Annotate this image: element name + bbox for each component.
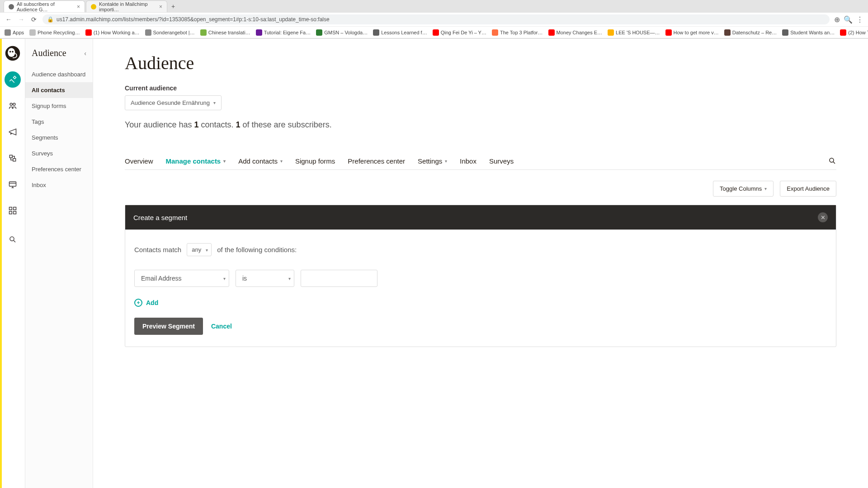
chevron-down-icon: ▾ [280,159,283,164]
svg-point-2 [9,51,11,53]
content-tab-settings[interactable]: Settings▾ [418,153,447,169]
rail-content-icon[interactable] [5,202,21,219]
reload-button[interactable]: ⟳ [30,16,38,23]
audience-stats: Your audience has 1 contacts. 1 of these… [125,120,836,130]
bookmark-item[interactable]: Chinese translati… [200,29,250,36]
bookmark-item[interactable]: LEE 'S HOUSE—… [608,29,660,36]
forward-button[interactable]: → [17,16,25,23]
bookmark-favicon-icon [665,29,672,36]
bookmark-item[interactable]: (1) How Working a… [85,29,140,36]
chevron-down-icon: ▾ [445,159,447,164]
bookmark-item[interactable]: Phone Recycling… [29,29,80,36]
condition-operator-select[interactable]: is [236,270,294,287]
sidebar-item-tags[interactable]: Tags [25,114,93,130]
bookmark-item[interactable]: How to get more v… [665,29,719,36]
sidebar-item-inbox[interactable]: Inbox [25,177,93,193]
chevron-down-icon: ▾ [764,186,767,191]
export-audience-button[interactable]: Export Audience [780,181,836,197]
audience-selector[interactable]: Audience Gesunde Ernährung ▾ [125,95,222,110]
current-audience-label: Current audience [125,84,836,92]
bookmark-favicon-icon [492,29,498,36]
search-contacts-button[interactable] [828,152,836,169]
bookmark-item[interactable]: Tutorial: Eigene Fa… [256,29,311,36]
content-tab-add-contacts[interactable]: Add contacts▾ [238,153,283,169]
bookmark-item[interactable]: Money Changes E… [548,29,603,36]
preview-segment-button[interactable]: Preview Segment [134,318,203,335]
rail-search-icon[interactable] [5,231,21,248]
condition-row: Email Address is [134,270,827,287]
bookmark-favicon-icon [548,29,555,36]
browser-tab-0[interactable]: All subscribers of Audience G… × [4,0,85,12]
left-rail [0,39,25,488]
rail-website-icon[interactable] [5,176,21,192]
close-icon[interactable]: × [77,4,80,10]
sidebar-item-surveys[interactable]: Surveys [25,145,93,161]
segment-header-title: Create a segment [133,214,187,221]
content-tab-manage-contacts[interactable]: Manage contacts▾ [166,153,226,169]
add-condition-button[interactable]: + Add [134,299,827,307]
bookmark-item[interactable]: Lessons Learned f… [373,29,427,36]
toggle-columns-button[interactable]: Toggle Columns ▾ [713,181,774,197]
close-icon[interactable]: × [159,4,162,10]
translate-icon[interactable]: ⊕ [834,15,840,24]
svg-rect-10 [13,207,16,210]
address-bar[interactable]: 🔒 us17.admin.mailchimp.com/lists/members… [42,14,830,24]
svg-rect-12 [13,211,16,214]
sidebar-item-preferences[interactable]: Preferences center [25,161,93,177]
svg-rect-8 [9,182,16,186]
plus-circle-icon: + [134,299,142,307]
svg-point-13 [10,237,14,241]
bookmark-item[interactable]: Sonderangebot |… [145,29,195,36]
content-tab-surveys[interactable]: Surveys [489,153,514,169]
bookmark-item[interactable]: Student Wants an… [782,29,835,36]
chevron-down-icon: ▾ [213,100,216,105]
rail-automations-icon[interactable] [5,150,21,166]
rail-create-icon[interactable] [5,71,21,88]
chevron-down-icon: ▾ [223,159,226,164]
segment-panel: Create a segment ✕ Contacts match any of… [125,205,836,347]
content-tab-overview[interactable]: Overview [125,153,153,169]
content-tab-inbox[interactable]: Inbox [460,153,476,169]
svg-point-14 [830,158,834,162]
condition-value-input[interactable] [301,270,377,287]
sidebar-item-dashboard[interactable]: Audience dashboard [25,66,93,82]
audience-name: Audience Gesunde Ernährung [131,99,210,106]
browser-tabs: All subscribers of Audience G… × Kontakt… [0,0,868,13]
bookmark-favicon-icon [373,29,379,36]
new-tab-button[interactable]: + [168,3,178,10]
bookmark-item[interactable]: The Top 3 Platfor… [492,29,543,36]
match-suffix: of the following conditions: [217,246,297,253]
search-addr-icon[interactable]: 🔍 [844,15,853,24]
tab-title: All subscribers of Audience G… [17,1,74,12]
sidebar-item-signup-forms[interactable]: Signup forms [25,98,93,114]
match-prefix: Contacts match [134,246,181,253]
rail-campaigns-icon[interactable] [5,124,21,140]
bookmark-item[interactable]: Datenschutz – Re… [724,29,777,36]
close-segment-button[interactable]: ✕ [818,212,828,222]
condition-field-select[interactable]: Email Address [134,270,229,287]
favicon-icon [9,4,14,9]
rail-audience-icon[interactable] [5,98,21,114]
svg-rect-11 [9,211,12,214]
menu-icon[interactable]: ⋮ [856,15,863,24]
content-tab-signup-forms[interactable]: Signup forms [295,153,335,169]
bookmark-item[interactable]: (2) How To Add A… [840,29,868,36]
browser-tab-1[interactable]: Kontakte in Mailchimp importi… × [86,0,167,12]
apps-shortcut[interactable]: Apps [5,29,24,36]
bookmark-favicon-icon [608,29,614,36]
content-tab-preferences-center[interactable]: Preferences center [348,153,405,169]
bookmark-item[interactable]: GMSN – Vologda… [316,29,368,36]
mailchimp-logo-icon[interactable] [5,45,21,61]
lock-icon: 🔒 [47,16,54,23]
bookmark-item[interactable]: Qing Fei De Yi – Y… [433,29,486,36]
sidebar-item-all-contacts[interactable]: All contacts [25,82,93,98]
bookmark-favicon-icon [724,29,731,36]
bookmark-favicon-icon [85,29,92,36]
back-button[interactable]: ← [5,16,13,23]
match-mode-select[interactable]: any [187,243,212,256]
bookmark-favicon-icon [256,29,262,36]
collapse-sidebar-button[interactable]: ‹ [84,50,86,57]
svg-rect-7 [13,159,15,161]
sidebar-item-segments[interactable]: Segments [25,130,93,145]
cancel-link[interactable]: Cancel [211,323,232,330]
